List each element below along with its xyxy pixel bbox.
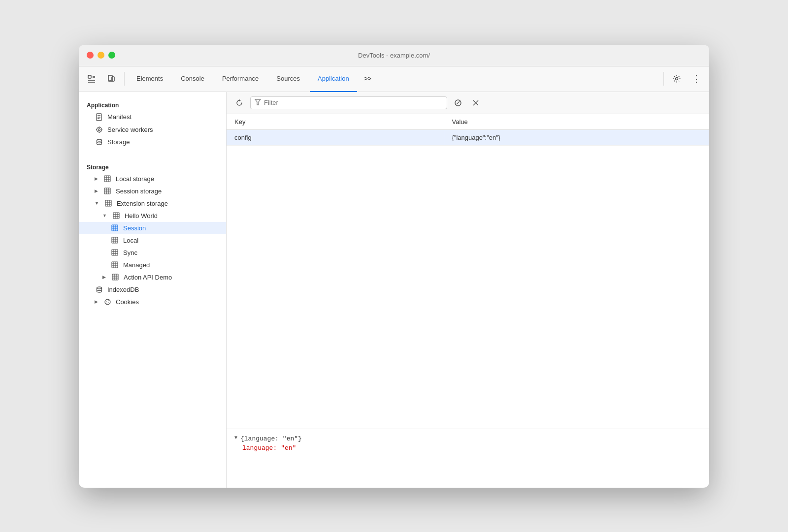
sidebar-item-managed[interactable]: Managed xyxy=(79,259,226,271)
filter-icon xyxy=(255,99,261,107)
sidebar-item-extension-storage[interactable]: ▼ Extension storage xyxy=(79,197,226,210)
preview-property-key: language: xyxy=(242,444,277,452)
titlebar: DevTools - example.com/ xyxy=(79,45,709,66)
storage-table: Key Value config {"language":"en"} xyxy=(227,114,709,146)
more-options-button[interactable]: ⋮ xyxy=(688,70,705,88)
svg-point-19 xyxy=(97,139,101,141)
value-cell: {"language":"en"} xyxy=(444,129,709,145)
sidebar-item-cookies[interactable]: ▶ Cookies xyxy=(79,296,226,308)
table-icon-5 xyxy=(110,224,119,231)
chevron-right-icon-3: ▶ xyxy=(102,275,106,280)
chevron-right-icon: ▶ xyxy=(95,176,98,181)
tab-console[interactable]: Console xyxy=(173,66,212,92)
table-icon-7 xyxy=(110,249,119,256)
table-icon-3 xyxy=(104,200,113,207)
sidebar-section-application: Application xyxy=(79,98,226,111)
svg-rect-55 xyxy=(112,262,118,268)
table-icon-9 xyxy=(111,274,120,281)
refresh-button[interactable] xyxy=(232,96,246,110)
preview-object-label: {language: "en"} xyxy=(240,435,302,442)
table-icon-6 xyxy=(110,237,119,244)
preview-property-row: language: "en" xyxy=(234,444,701,452)
svg-point-18 xyxy=(101,129,102,130)
tab-application[interactable]: Application xyxy=(310,66,357,92)
cookie-icon xyxy=(103,298,112,306)
nav-toolbar: Elements Console Performance Sources App… xyxy=(79,66,709,92)
more-tabs-button[interactable]: >> xyxy=(359,70,377,88)
sidebar-item-storage[interactable]: Storage xyxy=(79,136,226,148)
panel-toolbar xyxy=(227,92,709,114)
sidebar-item-manifest[interactable]: Manifest xyxy=(79,111,226,124)
filter-input-box[interactable] xyxy=(250,96,447,109)
key-column-header: Key xyxy=(227,114,444,130)
preview-property-value: "en" xyxy=(281,444,296,452)
svg-marker-71 xyxy=(255,99,261,105)
svg-rect-6 xyxy=(112,77,114,81)
key-cell: config xyxy=(227,129,444,145)
svg-line-73 xyxy=(457,101,460,104)
sidebar-item-sync[interactable]: Sync xyxy=(79,247,226,259)
minimize-button[interactable] xyxy=(98,52,104,59)
toolbar-separator xyxy=(124,72,125,86)
filter-input[interactable] xyxy=(264,99,443,106)
table-icon-8 xyxy=(110,261,119,268)
svg-point-66 xyxy=(105,299,110,305)
select-tool-button[interactable] xyxy=(83,70,100,88)
svg-rect-45 xyxy=(112,237,118,243)
svg-rect-40 xyxy=(112,225,118,231)
svg-point-68 xyxy=(108,300,109,301)
close-button[interactable] xyxy=(87,52,94,59)
sidebar-item-indexeddb[interactable]: IndexedDB xyxy=(79,283,226,296)
sidebar-item-session[interactable]: Session xyxy=(79,222,226,234)
tab-performance[interactable]: Performance xyxy=(214,66,266,92)
main-content: Application Manifest xyxy=(79,92,709,488)
svg-rect-35 xyxy=(113,213,119,219)
device-toolbar-button[interactable] xyxy=(102,70,120,88)
svg-point-67 xyxy=(106,301,107,302)
svg-point-69 xyxy=(106,303,107,304)
svg-rect-25 xyxy=(104,188,110,194)
sidebar-item-hello-world[interactable]: ▼ Hello World xyxy=(79,210,226,222)
svg-point-13 xyxy=(97,127,101,132)
svg-point-65 xyxy=(97,287,101,289)
sidebar-item-service-workers[interactable]: Service workers xyxy=(79,124,226,136)
clear-filter-button[interactable] xyxy=(451,96,465,110)
service-worker-icon xyxy=(95,126,103,133)
sidebar-item-action-api-demo[interactable]: ▶ Action API Demo xyxy=(79,271,226,283)
toolbar-right-separator xyxy=(663,72,664,86)
sidebar-item-local[interactable]: Local xyxy=(79,234,226,247)
maximize-button[interactable] xyxy=(108,52,115,59)
svg-point-15 xyxy=(98,126,99,127)
tab-sources[interactable]: Sources xyxy=(268,66,308,92)
preview-object-row: ▼ {language: "en"} xyxy=(234,435,701,442)
svg-rect-60 xyxy=(112,274,118,280)
chevron-right-icon-4: ▶ xyxy=(95,299,98,304)
sidebar-item-local-storage[interactable]: ▶ Local storage xyxy=(79,173,226,185)
close-button[interactable] xyxy=(469,96,483,110)
indexeddb-icon xyxy=(95,286,103,293)
svg-rect-20 xyxy=(104,176,110,182)
chevron-down-icon-2: ▼ xyxy=(102,213,107,218)
sidebar-section-storage: Storage xyxy=(79,160,226,173)
sidebar: Application Manifest xyxy=(79,92,227,488)
traffic-lights xyxy=(87,52,115,59)
main-panel: Key Value config {"language":"en"} xyxy=(227,92,709,488)
svg-point-16 xyxy=(98,132,99,133)
svg-point-14 xyxy=(98,128,100,130)
svg-rect-0 xyxy=(88,75,91,78)
table-icon-4 xyxy=(112,212,121,219)
window-title: DevTools - example.com/ xyxy=(358,52,430,59)
table-row[interactable]: config {"language":"en"} xyxy=(227,129,709,145)
svg-rect-30 xyxy=(105,200,111,206)
value-column-header: Value xyxy=(444,114,709,130)
sidebar-item-session-storage[interactable]: ▶ Session storage xyxy=(79,185,226,197)
data-table-container: Key Value config {"language":"en"} xyxy=(227,114,709,429)
preview-panel: ▼ {language: "en"} language: "en" xyxy=(227,429,709,488)
svg-rect-50 xyxy=(112,250,118,255)
chevron-right-icon-2: ▶ xyxy=(95,188,98,193)
preview-chevron-icon: ▼ xyxy=(234,435,237,440)
storage-icon xyxy=(95,138,103,146)
table-icon-2 xyxy=(103,188,112,194)
tab-elements[interactable]: Elements xyxy=(129,66,171,92)
settings-button[interactable] xyxy=(668,70,686,88)
